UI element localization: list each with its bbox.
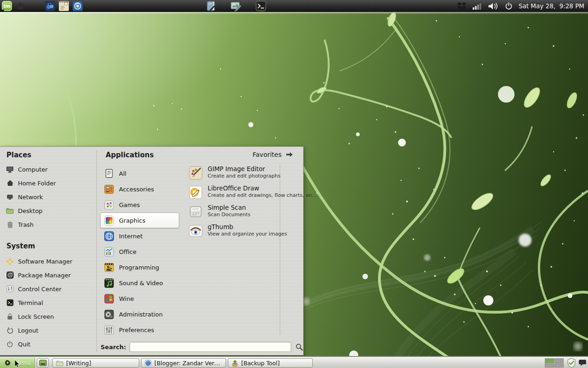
menu-item-label: Software Manager [18, 258, 72, 265]
menu-item-label: Terminal [18, 299, 43, 306]
app-description: View and organize your images [208, 231, 287, 237]
workspace-2[interactable] [554, 358, 564, 363]
menu-item-label: Computer [18, 166, 48, 173]
chat-launcher-icon[interactable] [45, 1, 55, 11]
power-tray-icon[interactable] [505, 2, 513, 10]
menu-item-lock-screen[interactable]: Lock Screen [0, 310, 95, 323]
category-all[interactable]: All [100, 166, 179, 181]
app-description: Create and edit photographs [208, 173, 281, 179]
menu-button-label: Menu [14, 359, 31, 366]
category-label: Programming [119, 264, 159, 271]
category-programming[interactable]: Programming [100, 259, 179, 275]
all-apps-icon [103, 168, 114, 179]
app-name: gThumb [208, 223, 287, 231]
taskbar-menu-button[interactable]: Menu [0, 357, 35, 368]
menu-item-logout[interactable]: Logout [0, 323, 95, 337]
menu-item-package-manager[interactable]: Package Manager [0, 268, 95, 282]
search-input[interactable] [130, 342, 291, 352]
volume-icon[interactable] [488, 2, 499, 10]
simple-scan-icon [188, 204, 203, 219]
journal-launcher-icon[interactable] [206, 0, 217, 12]
menu-item-label: Logout [18, 327, 39, 334]
places-header: Places [6, 151, 31, 159]
menu-item-network[interactable]: Network [0, 190, 95, 204]
backup-window-icon [232, 360, 238, 367]
category-label: Administration [119, 311, 163, 318]
mint-logo-icon[interactable]: lm [2, 1, 12, 11]
chat-bubble-tray-icon[interactable] [578, 359, 587, 367]
computer-icon [6, 166, 14, 173]
taskbar-window-backup[interactable]: [Backup Tool] [228, 358, 313, 368]
menu-item-terminal[interactable]: Terminal [0, 296, 95, 310]
office-icon [103, 246, 114, 257]
menu-item-home-folder[interactable]: Home Folder [0, 176, 95, 190]
home-icon[interactable] [16, 2, 25, 10]
top-panel: lm [0, 0, 588, 12]
category-office[interactable]: Office [100, 244, 179, 259]
power-icon [6, 341, 14, 348]
programming-icon [103, 262, 114, 273]
menu-item-label: Lock Screen [18, 313, 54, 320]
package-manager-icon [6, 271, 14, 279]
window-title: [Writing] [66, 360, 91, 367]
category-wine[interactable]: Wine [100, 291, 179, 306]
search-magnifier-icon[interactable] [295, 343, 303, 351]
category-label: Preferences [119, 327, 154, 334]
network-signal-icon[interactable] [473, 2, 482, 10]
app-name: GIMP Image Editor [208, 165, 281, 173]
category-label: Sound & Video [119, 280, 163, 287]
app-description: Create and edit drawings, flow charts, a… [208, 192, 317, 199]
internet-icon [103, 230, 114, 242]
show-desktop-button[interactable] [37, 358, 49, 368]
taskbar: Menu [Writing] [Blogger: Zandar Vers... … [0, 357, 588, 368]
games-icon [103, 199, 114, 210]
menu-item-software-manager[interactable]: Software Manager [0, 254, 95, 268]
image-editor-launcher-icon[interactable] [230, 0, 242, 12]
category-administration[interactable]: Administration [100, 306, 179, 322]
category-label: All [119, 170, 126, 177]
taskbar-window-writing[interactable]: [Writing] [52, 358, 139, 368]
menu-item-desktop[interactable]: Desktop [0, 204, 95, 218]
category-label: Games [119, 201, 140, 208]
category-graphics-selected[interactable]: Graphics [100, 213, 179, 228]
software-manager-icon [6, 258, 14, 265]
favorites-button[interactable]: Favorites [253, 151, 293, 158]
favorites-label: Favorites [253, 151, 282, 158]
menu-item-label: Control Center [18, 286, 62, 293]
menu-gear-icon [4, 359, 11, 366]
mint-menu-popup: Places Computer Home Folder Network Desk… [0, 146, 304, 357]
app-name: Simple Scan [208, 204, 250, 212]
browser-launcher-icon[interactable] [73, 1, 83, 11]
category-games[interactable]: Games [100, 197, 179, 213]
workspace-3[interactable] [545, 363, 554, 368]
applications-area: Applications Favorites All Accessories G… [97, 147, 303, 355]
category-internet[interactable]: Internet [100, 228, 179, 244]
menu-item-computer[interactable]: Computer [0, 162, 95, 176]
workspace-4[interactable] [554, 363, 564, 368]
panel-clock[interactable]: Sat May 28, 9:28 PM [519, 2, 584, 10]
terminal-icon [6, 299, 14, 306]
category-accessories[interactable]: Accessories [100, 181, 179, 197]
applications-header: Applications [106, 151, 154, 159]
menu-item-quit[interactable]: Quit [0, 337, 95, 351]
terminal-launcher-icon[interactable] [255, 0, 266, 12]
app-libreoffice-draw[interactable]: LibreOffice Draw Create and edit drawing… [188, 184, 300, 204]
app-gthumb[interactable]: gThumb View and organize your images [188, 223, 300, 242]
taskbar-window-blogger[interactable]: [Blogger: Zandar Vers... [141, 358, 226, 368]
update-manager-shield-icon[interactable] [566, 358, 577, 368]
app-simple-scan[interactable]: Simple Scan Scan Documents [188, 204, 300, 223]
menu-item-trash[interactable]: Trash [0, 218, 95, 231]
email-launcher-icon[interactable] [59, 1, 69, 11]
dropbox-tray-icon[interactable] [457, 2, 467, 10]
desktop-screen: lm [0, 0, 588, 368]
menu-item-control-center[interactable]: Control Center [0, 282, 95, 296]
workspace-1-active[interactable] [545, 358, 554, 363]
app-gimp[interactable]: GIMP Image Editor Create and edit photog… [188, 165, 300, 184]
menu-item-label: Package Manager [18, 272, 71, 279]
workspace-switcher[interactable] [545, 358, 564, 368]
category-sound-video[interactable]: Sound & Video [100, 275, 179, 291]
mint-logo-text: lm [3, 3, 10, 9]
gthumb-icon [188, 224, 203, 238]
category-preferences[interactable]: Preferences [100, 322, 179, 338]
gimp-icon [188, 166, 203, 180]
